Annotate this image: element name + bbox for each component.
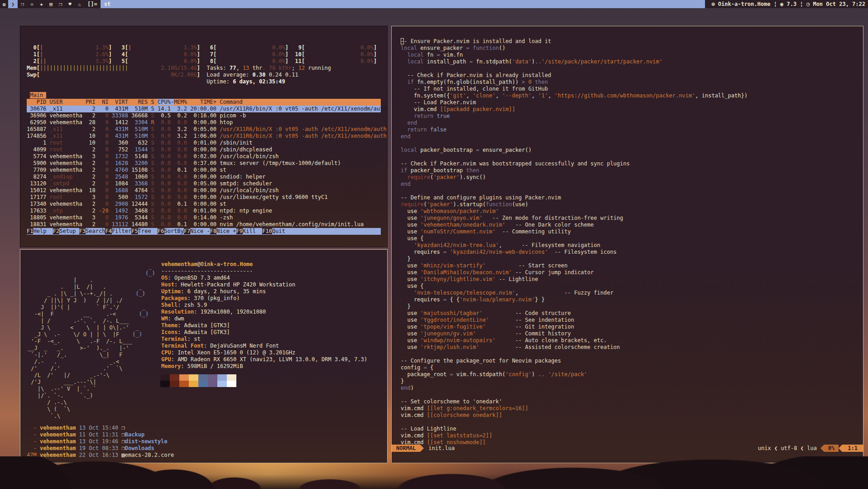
- cursor-position: 1:1: [842, 445, 863, 452]
- separator: ¦: [774, 1, 777, 7]
- tag-scratch-icon[interactable]: ▫: [27, 0, 37, 8]
- statusline-right: unix ❮ utf-8 ❮ lua 0% 1:1: [758, 445, 863, 452]
- hostname: Oink-a-tron.Home: [715, 1, 774, 7]
- file-list: - vehementham 13 Oct 15:40 ❒ - vehementh…: [27, 425, 174, 459]
- neovim-terminal-window[interactable]: -- Ensure Packer.nvim is installed and l…: [391, 26, 863, 463]
- window-title: st: [101, 0, 705, 8]
- status-area: ⊕ Oink-a-tron.Home ¦ ◉ 7.3 ¦ ◷ Mon Oct 2…: [711, 1, 868, 7]
- htop-screen: 0[| 1.3%] 3[| 1.3%] 6[ 0.0%] 9[ 0.0%] 1[…: [20, 26, 387, 235]
- color-palette: [160, 374, 237, 387]
- openbsd-icon: ◉: [777, 1, 787, 7]
- scroll-percent: 0%: [824, 445, 839, 452]
- lightline-statusline: NORMAL init.lua unix ❮ utf-8 ❮ lua 0% 1:…: [392, 445, 863, 452]
- tag-folder-icon[interactable]: ❒: [56, 0, 65, 8]
- dwm-logo-icon: ◍: [0, 1, 8, 7]
- tag-terminal-icon[interactable]: ❯: [8, 0, 18, 8]
- os-version: 7.3: [787, 1, 800, 7]
- tag-lab-icon[interactable]: ♨: [75, 0, 84, 8]
- separator: ¦: [800, 1, 803, 7]
- tag-plug-icon[interactable]: ✚: [37, 0, 46, 8]
- tag-media-icon[interactable]: ♥: [65, 0, 75, 8]
- tag-windows-icon[interactable]: ❐: [18, 0, 27, 8]
- datetime: Mon Oct 23, 7:22: [813, 1, 865, 7]
- layout-indicator[interactable]: []=: [84, 1, 101, 7]
- powerline-arrow-icon: [839, 445, 842, 452]
- desktop: { "bar": { "logo": "◍", "layout": "[]=",…: [0, 0, 868, 489]
- globe-icon: ⊕: [711, 1, 715, 7]
- system-info: vehementham@Oink-a-tron.Home------------…: [161, 261, 367, 370]
- neofetch-terminal-window[interactable]: _ (_) | . . |L /| . _ _ . |\ _| \--+._/|…: [20, 249, 388, 463]
- fileinfo-text: unix ❮ utf-8 ❮ lua: [758, 445, 817, 451]
- window-title-text: st: [104, 1, 110, 7]
- clock-icon: ◷: [803, 1, 813, 7]
- powerline-arrow-icon: [420, 445, 424, 452]
- tag-document-icon[interactable]: ▤: [46, 0, 56, 8]
- openbsd-ascii-art: _ (_) | . . |L /| . _ _ . |\ _| \--+._/|…: [28, 263, 155, 420]
- filename: init.lua: [428, 445, 455, 451]
- palette-row: [160, 374, 237, 381]
- htop-terminal-window[interactable]: 0[| 1.3%] 3[| 1.3%] 6[ 0.0%] 9[ 0.0%] 1[…: [20, 26, 388, 247]
- dwm-bar[interactable]: ◍ ❯ ❐ ▫ ✚ ▤ ❒ ♥ ♨ []= st ⊕ Oink-a-tron.H…: [0, 0, 868, 8]
- mode-indicator: NORMAL: [392, 445, 420, 452]
- powerline-arrow-icon: [820, 445, 824, 452]
- palette-row: [160, 381, 237, 387]
- code-area[interactable]: -- Ensure Packer.nvim is installed and l…: [392, 26, 863, 446]
